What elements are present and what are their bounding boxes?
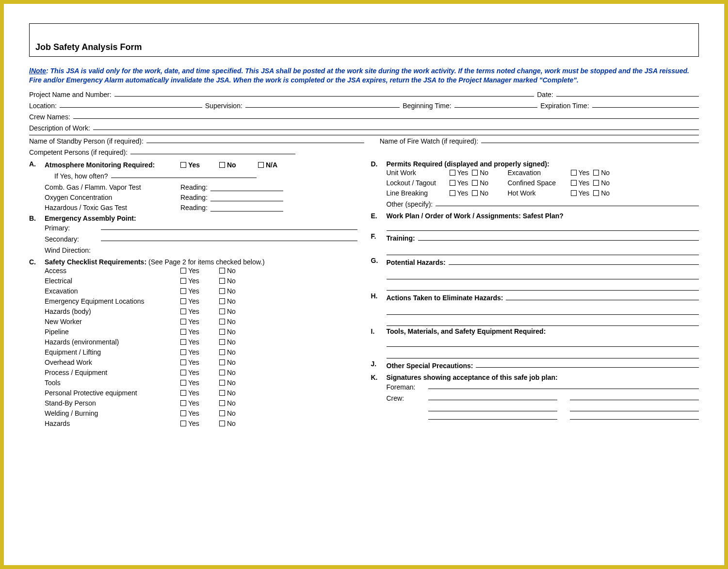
input-reading-0[interactable] [210, 184, 283, 191]
checkbox-d1b-yes[interactable] [571, 180, 577, 186]
checkbox-c9-no[interactable] [219, 359, 225, 365]
checkbox-c8-yes[interactable] [180, 349, 186, 355]
checkbox-d2a-no[interactable] [472, 190, 478, 196]
input-i-line2[interactable] [387, 349, 699, 358]
input-h[interactable] [506, 293, 699, 300]
test-name: Comb. Gas / Flamm. Vapor Test [45, 182, 180, 193]
input-g-line2[interactable] [387, 270, 699, 279]
checkbox-d1a-no[interactable] [472, 180, 478, 186]
label-description: Description of Work: [29, 123, 90, 133]
checklist-item: Hazards (body) [45, 307, 180, 317]
checklist-item: Process / Equipment [45, 368, 180, 378]
checkbox-c7-no[interactable] [219, 339, 225, 345]
checkbox-c14-no[interactable] [219, 410, 225, 416]
checkbox-c10-yes[interactable] [180, 370, 186, 375]
checkbox-a-na[interactable] [258, 162, 264, 168]
reading-label: Reading: [180, 182, 208, 193]
input-foreman[interactable] [428, 382, 699, 390]
checkbox-c2-no[interactable] [219, 288, 225, 294]
checkbox-d0a-no[interactable] [472, 170, 478, 176]
input-standby[interactable] [146, 136, 364, 144]
checkbox-c5-no[interactable] [219, 319, 225, 325]
label-other-specify: Other (specify): [387, 199, 433, 210]
input-j[interactable] [476, 361, 699, 368]
title-i: Tools, Materials, and Safety Equipment R… [387, 327, 699, 335]
checkbox-c4-no[interactable] [219, 309, 225, 314]
input-crew-1b[interactable] [570, 393, 699, 401]
input-g[interactable] [449, 258, 699, 265]
letter-f: F. [371, 232, 382, 255]
checkbox-d1a-yes[interactable] [450, 180, 455, 186]
checkbox-c0-no[interactable] [219, 268, 225, 274]
checkbox-c11-no[interactable] [219, 380, 225, 386]
checkbox-c1-yes[interactable] [180, 278, 186, 284]
checkbox-d2b-no[interactable] [593, 190, 599, 196]
label-expiration-time: Expiration Time: [540, 101, 589, 111]
checkbox-d0b-no[interactable] [593, 170, 599, 176]
checkbox-c1-no[interactable] [219, 278, 225, 284]
letter-k: K. [371, 374, 382, 421]
checkbox-c15-no[interactable] [219, 421, 225, 426]
label-secondary: Secondary: [45, 234, 98, 244]
checkbox-c6-no[interactable] [219, 329, 225, 335]
checkbox-d0a-yes[interactable] [450, 170, 455, 176]
checkbox-c11-yes[interactable] [180, 380, 186, 386]
input-crew-3b[interactable] [570, 412, 699, 420]
checkbox-d1b-no[interactable] [593, 180, 599, 186]
checkbox-c9-yes[interactable] [180, 359, 186, 365]
checkbox-c7-yes[interactable] [180, 339, 186, 345]
input-other-specify[interactable] [436, 199, 699, 207]
checkbox-d2b-yes[interactable] [571, 190, 577, 196]
checkbox-c15-yes[interactable] [180, 421, 186, 426]
title-k: Signatures showing acceptance of this sa… [387, 374, 699, 381]
checkbox-d2a-yes[interactable] [450, 190, 455, 196]
input-beginning-time[interactable] [454, 101, 537, 108]
input-expiration-time[interactable] [592, 101, 699, 108]
input-crew-3a[interactable] [428, 412, 557, 420]
checkbox-c2-yes[interactable] [180, 288, 186, 294]
input-i-line1[interactable] [387, 337, 699, 347]
input-crew-1a[interactable] [428, 393, 557, 401]
input-g-line3[interactable] [387, 281, 699, 291]
checkbox-c4-yes[interactable] [180, 309, 186, 314]
checkbox-c12-no[interactable] [219, 390, 225, 396]
checkbox-c10-no[interactable] [219, 370, 225, 375]
checkbox-d0b-yes[interactable] [571, 170, 577, 176]
input-f-line2[interactable] [387, 245, 699, 255]
checkbox-c8-no[interactable] [219, 349, 225, 355]
checkbox-c5-yes[interactable] [180, 319, 186, 325]
input-f[interactable] [418, 233, 699, 241]
input-fire-watch[interactable] [481, 136, 699, 144]
input-description[interactable] [93, 123, 699, 130]
checklist-item: Tools [45, 378, 180, 388]
label-supervision: Supervision: [205, 101, 243, 111]
input-crew-2a[interactable] [428, 405, 557, 412]
input-e-line[interactable] [387, 222, 699, 231]
input-competent[interactable] [130, 147, 295, 155]
input-supervision[interactable] [245, 101, 400, 108]
checkbox-c6-yes[interactable] [180, 329, 186, 335]
input-reading-2[interactable] [210, 204, 283, 211]
label-wind: Wind Direction: [45, 245, 98, 256]
checkbox-c12-yes[interactable] [180, 390, 186, 396]
input-reading-1[interactable] [210, 194, 283, 201]
reading-label: Reading: [180, 203, 208, 213]
checkbox-c0-yes[interactable] [180, 268, 186, 274]
input-project[interactable] [114, 90, 534, 97]
input-primary[interactable] [101, 223, 357, 230]
input-crew-2b[interactable] [570, 405, 699, 412]
input-date[interactable] [556, 90, 699, 97]
input-location[interactable] [60, 101, 202, 108]
checkbox-a-no[interactable] [219, 162, 225, 168]
input-h-line3[interactable] [387, 317, 699, 326]
checkbox-c13-no[interactable] [219, 400, 225, 406]
input-secondary[interactable] [101, 234, 357, 242]
input-h-line2[interactable] [387, 305, 699, 315]
input-how-often[interactable] [111, 171, 257, 179]
input-crew-names[interactable] [73, 112, 699, 119]
checkbox-c3-no[interactable] [219, 298, 225, 304]
checkbox-c3-yes[interactable] [180, 298, 186, 304]
checkbox-c13-yes[interactable] [180, 400, 186, 406]
checkbox-a-yes[interactable] [180, 162, 186, 168]
checkbox-c14-yes[interactable] [180, 410, 186, 416]
